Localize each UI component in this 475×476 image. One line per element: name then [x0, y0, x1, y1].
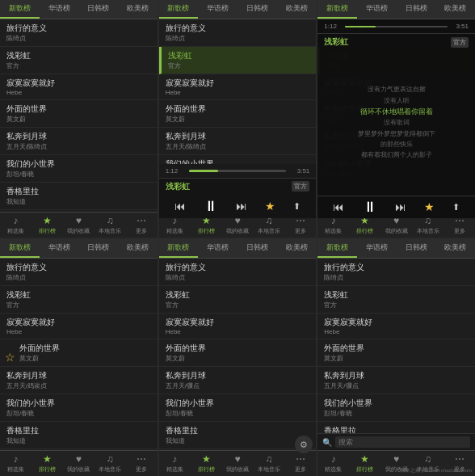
song-title: 私奔到月球 [6, 370, 151, 381]
nav-item-排行榜[interactable]: ★ 排行榜 [191, 451, 222, 476]
tab-欧美榜[interactable]: 欧美榜 [118, 239, 158, 258]
song-item[interactable]: 外面的世界莫文蔚 [317, 339, 475, 367]
song-item[interactable]: 寂寞寂寞就好Hebe [317, 314, 475, 339]
nav-item-更多[interactable]: ⋯ 更多 [126, 451, 158, 476]
tab-欧美榜[interactable]: 欧美榜 [277, 239, 317, 258]
song-item[interactable]: 旅行的意义陈绮贞 [159, 259, 317, 286]
search-input[interactable] [335, 436, 470, 448]
song-item[interactable]: 浅彩虹官方 [0, 47, 158, 74]
song-item[interactable]: 浅彩虹官方 [159, 47, 317, 74]
nav-item-本地音乐[interactable]: ♫ 本地音乐 [95, 213, 126, 238]
song-item[interactable]: 外面的世界莫文蔚 [159, 100, 317, 128]
tab-欧美榜[interactable]: 欧美榜 [118, 0, 158, 19]
nav-label: 更多 [136, 465, 147, 474]
song-item[interactable]: 私奔到月球五月天/陈绮贞 [159, 128, 317, 155]
tab-新歌榜[interactable]: 新歌榜 [0, 239, 40, 258]
song-item[interactable]: 寂寞寂寞就好Hebe [159, 74, 317, 100]
nav-item-更多[interactable]: ⋯ 更多 [126, 213, 158, 238]
song-item[interactable]: 旅行的意义陈绮贞 [0, 259, 158, 286]
tab-日韩榜[interactable]: 日韩榜 [78, 0, 118, 19]
nav-item-排行榜[interactable]: ★ 排行榜 [32, 451, 63, 476]
song-item[interactable]: 寂寞寂寞就好Hebe [0, 314, 158, 339]
song-artist: 陈绮贞 [166, 273, 310, 282]
song-item[interactable]: 我们的小世界彭坦/春晓 [159, 394, 317, 422]
nav-item-精选集[interactable]: ♪ 精选集 [0, 451, 32, 476]
next-button[interactable]: ⏭ [395, 200, 406, 213]
song-item[interactable]: 旅行的意义陈绮贞 [317, 259, 475, 286]
favorite-button[interactable]: ★ [265, 200, 275, 213]
nav-item-精选集[interactable]: ♪ 精选集 [317, 451, 349, 476]
song-item[interactable]: 香格里拉我知道 [0, 183, 158, 210]
tab-欧美榜[interactable]: 欧美榜 [435, 239, 475, 258]
song-artist: 彭坦/春晓 [166, 409, 310, 418]
song-item[interactable]: 浅彩虹官方 [317, 286, 475, 314]
favorite-button[interactable]: ★ [424, 200, 435, 213]
player-seekbar[interactable] [189, 170, 287, 172]
nav-item-本地音乐[interactable]: ♫ 本地音乐 [253, 451, 284, 476]
tab-华语榜[interactable]: 华语榜 [198, 239, 238, 258]
tab-日韩榜[interactable]: 日韩榜 [397, 239, 436, 258]
song-item[interactable]: 浅彩虹官方 [159, 286, 317, 314]
nav-label: 排行榜 [39, 227, 56, 235]
prev-button[interactable]: ⏮ [174, 200, 186, 213]
tab-新歌榜[interactable]: 新歌榜 [317, 0, 357, 19]
song-item[interactable]: ☆外面的世界莫文蔚 [0, 339, 158, 367]
tab-日韩榜[interactable]: 日韩榜 [397, 0, 436, 19]
tab-新歌榜[interactable]: 新歌榜 [159, 239, 199, 258]
pause-button[interactable]: ⏸ [363, 199, 377, 216]
song-item[interactable]: 我们的小世界彭坦/春晓 [0, 155, 158, 183]
tab-欧美榜[interactable]: 欧美榜 [277, 0, 317, 19]
song-artist: 彭坦/春晓 [324, 409, 469, 418]
tab-日韩榜[interactable]: 日韩榜 [238, 0, 277, 19]
tab-欧美榜[interactable]: 欧美榜 [435, 0, 475, 19]
nav-item-我的收藏[interactable]: ♥ 我的收藏 [222, 451, 254, 476]
share-button[interactable]: ⬆ [293, 201, 301, 212]
tab-华语榜[interactable]: 华语榜 [357, 239, 397, 258]
nav-item-本地音乐[interactable]: ♫ 本地音乐 [95, 451, 126, 476]
song-item[interactable]: 香格里拉我知道 [317, 422, 475, 434]
song-item[interactable]: 旅行的意义陈绮贞 [0, 19, 158, 47]
tab-华语榜[interactable]: 华语榜 [198, 0, 238, 19]
tab-华语榜[interactable]: 华语榜 [40, 0, 79, 19]
tab-新歌榜[interactable]: 新歌榜 [317, 239, 357, 258]
share-button[interactable]: ⬆ [452, 202, 460, 213]
song-item[interactable]: 旅行的意义陈绮贞 [159, 19, 317, 47]
song-item[interactable]: 私奔到月球五月天/鸡诶贞 [0, 367, 158, 394]
gear-icon: ⚙ [300, 440, 308, 450]
song-item[interactable]: 私奔到月球五月天/骤点 [159, 367, 317, 394]
song-title: 外面的世界 [324, 343, 469, 354]
song-item[interactable]: 我们的小世界彭坦/春晓 [317, 394, 475, 422]
song-item[interactable]: 寂寞寂寞就好Hebe [0, 74, 158, 100]
nav-item-排行榜[interactable]: ★ 排行榜 [32, 213, 63, 238]
song-item[interactable]: 私奔到月球五月天/陈绮贞 [0, 128, 158, 155]
nav-item-我的收藏[interactable]: ♥ 我的收藏 [63, 451, 95, 476]
tab-日韩榜[interactable]: 日韩榜 [78, 239, 118, 258]
nav-item-我的收藏[interactable]: ♥ 我的收藏 [63, 213, 95, 238]
nav-item-精选集[interactable]: ♪ 精选集 [0, 213, 32, 238]
song-item[interactable]: 寂寞寂寞就好Hebe [159, 314, 317, 339]
song-title: 我们的小世界 [6, 398, 151, 409]
tab-华语榜[interactable]: 华语榜 [40, 239, 79, 258]
tab-华语榜[interactable]: 华语榜 [357, 0, 397, 19]
song-item[interactable]: 外面的世界莫文蔚 [159, 339, 317, 367]
tab-新歌榜[interactable]: 新歌榜 [159, 0, 199, 19]
lyrics-song-tag: 官方 [451, 37, 469, 48]
song-item[interactable]: 浅彩虹官方 [0, 286, 158, 314]
song-item[interactable]: 香格里拉我知道 [0, 422, 158, 449]
pause-button[interactable]: ⏸ [204, 198, 218, 215]
prev-button[interactable]: ⏮ [333, 200, 344, 213]
tab-日韩榜[interactable]: 日韩榜 [238, 239, 277, 258]
nav-item-更多[interactable]: ⋯ 更多 [284, 451, 316, 476]
song-item[interactable]: 外面的世界莫文蔚 [0, 100, 158, 128]
lyrics-seekbar[interactable] [345, 26, 448, 27]
song-item[interactable]: 我们的小世界彭坦/春晓 [0, 394, 158, 422]
next-button[interactable]: ⏭ [236, 200, 247, 213]
nav-item-精选集[interactable]: ♪ 精选集 [159, 451, 191, 476]
tab-新歌榜[interactable]: 新歌榜 [0, 0, 40, 19]
song-title: 浅彩虹 [6, 289, 151, 301]
nav-item-排行榜[interactable]: ★ 排行榜 [349, 451, 380, 476]
lyric-line: 没有歌词 [324, 118, 469, 127]
song-item[interactable]: 私奔到月球五月天/骤点 [317, 367, 475, 394]
song-item[interactable]: 香格里拉我知道 [159, 422, 317, 449]
nav-icon: ♫ [107, 215, 114, 226]
